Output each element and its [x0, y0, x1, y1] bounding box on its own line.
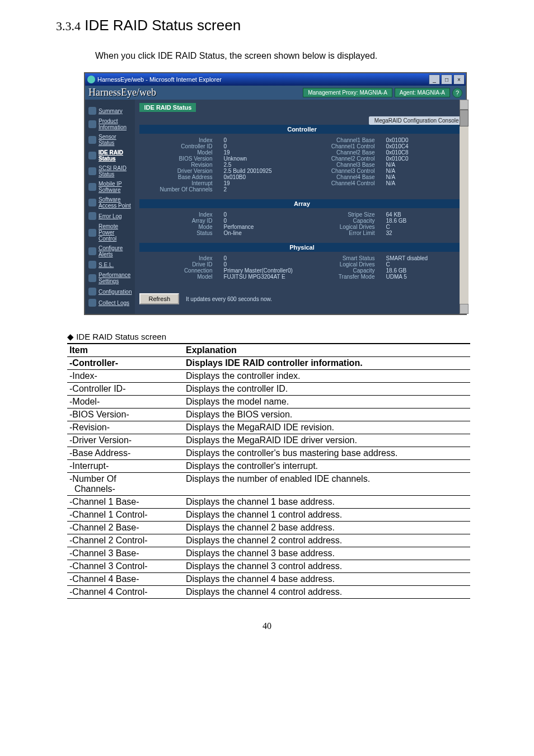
sidebar-item[interactable]: Configuration: [87, 286, 133, 297]
data-cell: Base Address: [145, 174, 212, 180]
sidebar-item[interactable]: S.E.L.: [87, 259, 133, 270]
sidebar-item[interactable]: IDE RAID Status: [87, 148, 133, 163]
data-cell: 0x010C8: [386, 149, 458, 156]
sidebar-item[interactable]: Collect Logs: [87, 297, 133, 308]
table-row-item: -Channel 1 Control-: [67, 509, 184, 522]
data-cell: Channel4 Base: [307, 174, 374, 180]
data-cell: N/A: [386, 168, 458, 174]
sidebar-item-label: Performance Settings: [99, 272, 132, 284]
help-icon[interactable]: ?: [452, 88, 462, 98]
refresh-button[interactable]: Refresh: [139, 293, 179, 304]
explanation-table: Item Explanation -Controller- Displays I…: [67, 343, 470, 599]
table-row-item: -Channel 3 Base-: [67, 547, 184, 560]
sidebar-item-label: Remote Power Control: [99, 223, 132, 242]
sidebar-item-label: SCSI RAID Status: [99, 165, 132, 177]
sidebar-icon: [88, 167, 96, 175]
table-row-item: -Channel 2 Control-: [67, 534, 184, 547]
table-row-expl: Displays the channel 1 base address.: [184, 496, 470, 509]
sidebar-item[interactable]: Performance Settings: [87, 270, 133, 286]
sidebar-icon: [88, 247, 96, 255]
data-cell: 0x010B0: [223, 174, 296, 180]
data-cell: Index: [145, 255, 212, 261]
config-console-badge: MegaRAID Configuration Console: [369, 116, 465, 125]
sidebar-icon: [88, 261, 96, 269]
window-title: HarnessEye/web - Microsoft Internet Expl…: [97, 76, 222, 83]
refresh-note: It updates every 600 seconds now.: [186, 296, 272, 302]
data-cell: 19: [223, 149, 296, 156]
table-row-expl: Displays the controller index.: [184, 370, 470, 383]
sidebar-icon: [88, 152, 96, 159]
data-cell: FUJITSU MPG3204AT E: [223, 274, 296, 280]
table-row-expl: Displays the controller's bus mastering …: [184, 447, 470, 460]
data-cell: Controller ID: [145, 143, 212, 149]
sidebar-item[interactable]: Product Information: [87, 116, 133, 132]
close-button[interactable]: ×: [453, 74, 465, 84]
data-cell: N/A: [386, 162, 458, 168]
sidebar-item[interactable]: Summary: [87, 105, 133, 116]
minimize-button[interactable]: _: [429, 74, 440, 84]
sidebar: SummaryProduct InformationSensor StatusI…: [85, 100, 135, 314]
sidebar-item[interactable]: Configure Alerts: [87, 243, 133, 259]
data-cell: Driver Version: [145, 168, 212, 174]
data-cell: 0x010C0: [386, 156, 458, 162]
table-row-expl: Displays the channel 1 control address.: [184, 509, 470, 522]
sidebar-icon: [88, 212, 96, 220]
sidebar-item-label: Software Access Point: [99, 196, 132, 209]
scroll-down-icon[interactable]: [460, 304, 469, 314]
sidebar-icon: [88, 136, 96, 144]
table-head-item: Item: [67, 344, 184, 357]
data-cell: Transfer Mode: [307, 274, 374, 280]
data-cell: Interrupt: [145, 180, 212, 186]
physical-block: IndexDrive IDConnectionModel 00Primary M…: [139, 252, 464, 283]
sidebar-item[interactable]: Remote Power Control: [87, 222, 133, 243]
section-bar-array: Array: [139, 199, 464, 208]
section-heading: 3.3.4 IDE RAID Status screen: [56, 17, 534, 34]
maximize-button[interactable]: □: [441, 74, 452, 84]
section-bar-physical: Physical: [139, 243, 464, 252]
data-cell: Model: [145, 149, 212, 156]
sidebar-icon: [88, 107, 96, 115]
table-row-item: -Channel 3 Control-: [67, 560, 184, 573]
main-panel: IDE RAID Status MegaRAID Configuration C…: [135, 100, 469, 314]
data-cell: 0: [223, 218, 296, 224]
agent-badge: Agent: MAGNIA-A: [395, 88, 450, 97]
app-logo: HarnessEye/web: [88, 87, 156, 98]
data-cell: Channel2 Base: [307, 149, 374, 156]
data-cell: SMART disabled: [386, 255, 458, 261]
data-cell: Logical Drives: [307, 224, 374, 230]
sidebar-item[interactable]: Sensor Status: [87, 132, 133, 148]
data-cell: Channel2 Control: [307, 156, 374, 162]
data-cell: Drive ID: [145, 261, 212, 267]
intro-text: When you click IDE RAID Status, the scre…: [95, 51, 534, 61]
table-row-expl: Displays the MegaRAID IDE driver version…: [184, 434, 470, 447]
table-head-expl: Explanation: [184, 344, 470, 357]
sidebar-item-label: Error Log: [99, 213, 122, 219]
sidebar-item[interactable]: SCSI RAID Status: [87, 163, 133, 179]
sidebar-item-label: Configure Alerts: [99, 245, 132, 257]
table-row-expl: Displays the channel 4 control address.: [184, 586, 470, 599]
data-cell: 0: [223, 261, 296, 267]
heading-number: 3.3.4: [56, 19, 81, 33]
scroll-up-icon[interactable]: [460, 100, 469, 110]
data-cell: Revision: [145, 162, 212, 168]
table-section-item: -Controller-: [67, 357, 184, 370]
table-row-expl: Displays the channel 2 base address.: [184, 522, 470, 534]
sidebar-icon: [88, 120, 96, 128]
data-cell: Primary Master(Controller0): [223, 267, 296, 274]
data-cell: 2: [223, 186, 296, 192]
scroll-thumb[interactable]: [460, 110, 469, 126]
sidebar-icon: [88, 299, 96, 307]
data-cell: 2.5 Build 20010925: [223, 168, 296, 174]
controller-block: IndexController IDModelBIOS VersionRevis…: [139, 134, 464, 196]
section-bar-controller: Controller: [139, 125, 464, 134]
sidebar-item[interactable]: Mobile IP Software: [87, 179, 133, 195]
sidebar-item[interactable]: Error Log: [87, 210, 133, 222]
data-cell: 18.6 GB: [386, 218, 458, 224]
sidebar-item-label: S.E.L.: [99, 262, 114, 268]
table-row-item: -Channel 1 Base-: [67, 496, 184, 509]
data-cell: 32: [386, 230, 458, 236]
data-cell: Status: [145, 230, 212, 236]
data-cell: 0: [223, 143, 296, 149]
scrollbar[interactable]: [460, 100, 469, 314]
sidebar-item[interactable]: Software Access Point: [87, 195, 133, 210]
